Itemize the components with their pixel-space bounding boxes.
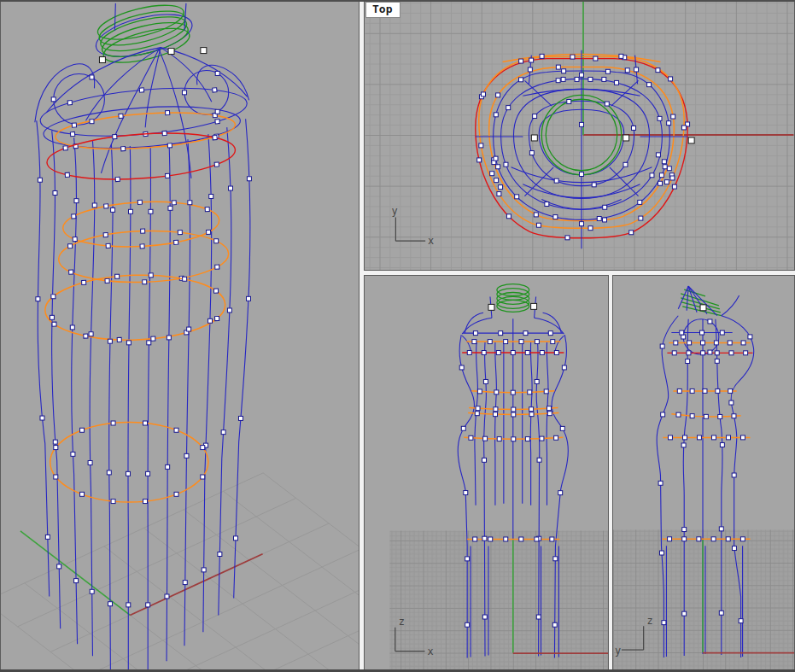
control-point[interactable]	[540, 436, 544, 441]
control-point[interactable]	[89, 332, 93, 336]
control-point[interactable]	[137, 200, 142, 204]
control-point[interactable]	[580, 73, 584, 77]
control-point[interactable]	[165, 594, 169, 599]
control-point[interactable]	[68, 244, 73, 248]
control-point[interactable]	[547, 406, 552, 411]
control-point[interactable]	[686, 359, 690, 364]
control-point[interactable]	[552, 622, 557, 627]
control-point[interactable]	[727, 435, 731, 440]
control-point[interactable]	[65, 172, 69, 177]
control-point[interactable]	[213, 88, 217, 92]
control-point[interactable]	[529, 407, 534, 412]
control-point[interactable]	[119, 114, 123, 118]
control-point[interactable]	[719, 611, 723, 615]
control-point[interactable]	[111, 207, 115, 212]
control-point[interactable]	[221, 430, 225, 435]
control-point[interactable]	[139, 88, 143, 92]
control-point[interactable]	[703, 389, 707, 393]
control-point[interactable]	[511, 390, 515, 394]
control-point[interactable]	[69, 270, 73, 274]
control-point[interactable]	[140, 244, 144, 248]
control-point[interactable]	[719, 527, 723, 531]
control-point[interactable]	[57, 564, 61, 569]
control-point[interactable]	[506, 214, 511, 219]
control-point[interactable]	[534, 213, 538, 217]
control-point[interactable]	[105, 278, 109, 283]
control-point[interactable]	[215, 71, 219, 75]
control-point[interactable]	[667, 121, 671, 126]
control-point[interactable]	[682, 537, 687, 541]
control-point[interactable]	[658, 481, 663, 485]
control-point[interactable]	[580, 122, 584, 126]
control-point[interactable]	[528, 67, 532, 72]
control-point[interactable]	[52, 322, 56, 326]
control-point[interactable]	[716, 389, 720, 393]
control-point[interactable]	[209, 194, 213, 198]
control-point[interactable]	[146, 603, 150, 607]
right-canvas[interactable]: z y	[613, 276, 794, 671]
control-point[interactable]	[488, 537, 493, 541]
control-point[interactable]	[580, 222, 584, 226]
control-point[interactable]	[115, 274, 120, 278]
control-point[interactable]	[565, 236, 570, 240]
control-point[interactable]	[483, 379, 488, 383]
control-point[interactable]	[90, 75, 94, 79]
control-point[interactable]	[670, 176, 675, 180]
control-point[interactable]	[477, 389, 482, 394]
control-point[interactable]	[519, 537, 523, 541]
control-point[interactable]	[494, 156, 498, 161]
control-point[interactable]	[536, 615, 541, 619]
control-point[interactable]	[499, 331, 503, 336]
control-point[interactable]	[233, 536, 237, 541]
control-point-selected[interactable]	[531, 303, 537, 309]
control-point[interactable]	[167, 336, 171, 340]
control-point[interactable]	[525, 437, 529, 441]
control-point[interactable]	[38, 178, 42, 182]
control-point[interactable]	[494, 113, 498, 117]
control-point[interactable]	[494, 412, 498, 417]
control-point[interactable]	[128, 209, 132, 213]
control-point[interactable]	[718, 414, 722, 418]
control-point[interactable]	[188, 201, 192, 205]
control-point[interactable]	[108, 339, 112, 343]
control-point[interactable]	[533, 114, 537, 119]
control-point[interactable]	[511, 351, 515, 355]
control-point[interactable]	[550, 537, 554, 541]
control-point[interactable]	[215, 265, 219, 269]
control-point[interactable]	[672, 184, 676, 189]
control-point[interactable]	[146, 471, 150, 476]
control-point[interactable]	[701, 351, 705, 355]
control-point[interactable]	[126, 603, 131, 607]
control-point[interactable]	[638, 200, 642, 204]
control-point[interactable]	[111, 421, 115, 425]
control-point[interactable]	[683, 435, 687, 440]
control-point[interactable]	[580, 172, 584, 177]
control-point[interactable]	[690, 389, 694, 393]
control-point[interactable]	[634, 67, 639, 72]
control-point[interactable]	[214, 162, 219, 167]
control-point[interactable]	[740, 537, 745, 541]
viewport-front[interactable]: z x	[364, 275, 609, 672]
viewport-right[interactable]: z y	[612, 275, 795, 672]
control-point[interactable]	[504, 537, 508, 541]
control-point[interactable]	[70, 325, 74, 330]
control-point[interactable]	[90, 589, 94, 593]
control-point[interactable]	[36, 297, 40, 301]
control-point[interactable]	[165, 110, 169, 114]
control-point[interactable]	[603, 218, 607, 222]
control-point[interactable]	[593, 56, 598, 61]
control-point[interactable]	[545, 202, 549, 207]
control-point[interactable]	[544, 389, 548, 394]
control-point[interactable]	[143, 421, 148, 425]
control-point[interactable]	[80, 492, 85, 496]
control-point-selected[interactable]	[531, 135, 537, 141]
control-point[interactable]	[475, 412, 479, 416]
control-point[interactable]	[529, 58, 534, 62]
control-point[interactable]	[187, 327, 191, 331]
control-point[interactable]	[82, 280, 86, 284]
control-point[interactable]	[519, 59, 523, 63]
control-point[interactable]	[482, 92, 486, 96]
control-point[interactable]	[682, 528, 687, 532]
control-point[interactable]	[687, 341, 692, 345]
control-point[interactable]	[504, 162, 508, 167]
